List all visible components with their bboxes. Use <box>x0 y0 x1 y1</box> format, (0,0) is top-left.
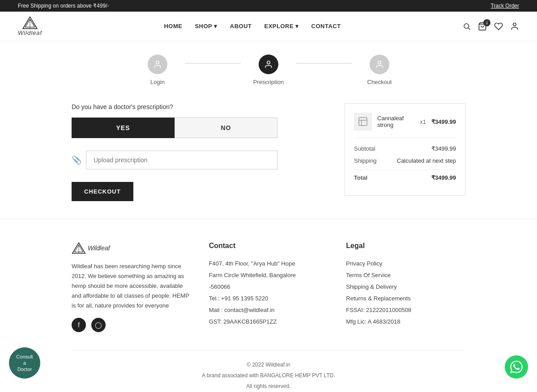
consult-doctor-button[interactable]: ConsultaDoctor <box>9 347 40 379</box>
heart-icon <box>494 22 503 31</box>
chevron-down-icon: ▾ <box>214 23 217 30</box>
no-button[interactable]: NO <box>175 118 277 138</box>
subtotal-value: ₹3499.99 <box>431 145 456 152</box>
svg-point-9 <box>378 61 381 64</box>
order-summary: Cannaleaf strong x1 ₹3499.99 Subtotal ₹3… <box>345 103 465 196</box>
svg-rect-10 <box>359 118 367 126</box>
footer-grid: Wildleaf Wildleaf has been researching h… <box>72 242 465 332</box>
contact-line-5: Mail : contact@wildleaf.in <box>209 304 328 316</box>
total-label: Total <box>354 174 367 181</box>
prescription-question: Do you have a doctor's prescription? <box>72 103 277 110</box>
header-icons: 1 <box>463 22 519 31</box>
nav-about[interactable]: ABOUT <box>230 23 252 30</box>
legal-heading: Legal <box>346 242 465 250</box>
copyright-1: © 2022 Wildleaf.in <box>72 359 465 370</box>
prescription-panel: Do you have a doctor's prescription? YES… <box>72 103 277 201</box>
item-name: Cannaleaf strong <box>377 115 414 128</box>
footer-logo-text: Wildleaf <box>88 244 110 252</box>
step-line-2 <box>296 63 352 63</box>
contact-line-1: F407, 4th Floor, "Arya Hub" Hope <box>209 258 328 270</box>
footer-description: Wildleaf has been researching hemp since… <box>72 261 191 311</box>
subtotal-label: Subtotal <box>354 145 375 152</box>
nav-shop[interactable]: SHOP ▾ <box>195 23 217 30</box>
shipping-row: Shipping Calculated at next step <box>354 157 456 164</box>
total-row: Total ₹3499.99 <box>354 169 456 181</box>
contact-heading: Contact <box>209 242 328 250</box>
footer-logo-icon <box>72 242 86 254</box>
upload-input[interactable] <box>86 151 277 169</box>
step-checkout-label: Checkout <box>367 79 392 85</box>
search-button[interactable] <box>463 22 471 30</box>
svg-point-3 <box>464 24 469 29</box>
facebook-icon[interactable]: f <box>72 318 86 332</box>
yes-no-toggle: YES NO <box>72 118 277 138</box>
shipping-link[interactable]: Shipping & Delivery <box>346 281 465 293</box>
step-prescription-circle <box>259 55 278 74</box>
contact-line-2: Farm Circle Whitefield, Bangalore <box>209 270 328 281</box>
paperclip-icon: 📎 <box>72 155 81 165</box>
copyright-3: All rights reserved. <box>72 381 465 392</box>
main-content: Do you have a doctor's prescription? YES… <box>0 94 537 219</box>
nav-explore[interactable]: EXPLORE ▾ <box>264 23 298 30</box>
account-button[interactable] <box>510 22 519 31</box>
svg-point-6 <box>513 23 516 26</box>
upload-row: 📎 <box>72 151 277 169</box>
social-icons: f ◯ <box>72 318 106 332</box>
shipping-value: Calculated at next step <box>397 157 456 164</box>
cart-button[interactable]: 1 <box>478 22 487 31</box>
returns-link[interactable]: Returns & Replacements <box>346 293 465 304</box>
terms-link[interactable]: Terms Of Service <box>346 270 465 281</box>
svg-line-4 <box>468 28 470 30</box>
step-login-circle <box>148 55 167 74</box>
step-checkout-circle <box>370 55 389 74</box>
wishlist-button[interactable] <box>494 22 503 31</box>
step-login: Login <box>130 55 185 85</box>
footer-legal: Legal Privacy Policy Terms Of Service Sh… <box>346 242 465 332</box>
shipping-label: Shipping <box>354 157 377 164</box>
nav-contact[interactable]: CONTACT <box>311 23 341 30</box>
step-line-1 <box>185 63 241 63</box>
item-image <box>354 113 372 131</box>
consult-btn-label: ConsultaDoctor <box>16 354 33 373</box>
step-login-label: Login <box>150 79 165 85</box>
checkout-button[interactable]: CHECKOUT <box>72 182 133 201</box>
step-checkout: Checkout <box>352 55 407 85</box>
main-nav: HOME SHOP ▾ ABOUT EXPLORE ▾ CONTACT <box>164 23 341 30</box>
site-footer: Wildleaf Wildleaf has been researching h… <box>0 219 537 392</box>
contact-line-3: -560066 <box>209 281 328 293</box>
footer-contact: Contact F407, 4th Floor, "Arya Hub" Hope… <box>209 242 328 332</box>
item-price: ₹3499.99 <box>431 118 456 125</box>
logo[interactable]: Wildleaf <box>18 16 42 36</box>
nav-home[interactable]: HOME <box>164 23 182 30</box>
svg-point-8 <box>267 61 270 64</box>
step-prescription: Prescription <box>241 55 296 85</box>
whatsapp-button[interactable] <box>505 355 528 379</box>
order-item: Cannaleaf strong x1 ₹3499.99 <box>354 113 456 138</box>
svg-point-7 <box>156 61 159 64</box>
yes-button[interactable]: YES <box>72 118 175 138</box>
step-prescription-label: Prescription <box>253 79 284 85</box>
contact-line-4: Tel.: +91 95 1395 5220 <box>209 293 328 304</box>
footer-about: Wildleaf Wildleaf has been researching h… <box>72 242 191 332</box>
search-icon <box>463 22 471 30</box>
site-header: Wildleaf HOME SHOP ▾ ABOUT EXPLORE ▾ CON… <box>0 12 537 41</box>
whatsapp-icon <box>510 361 523 373</box>
track-order-link[interactable]: Track Order <box>490 3 519 9</box>
cart-badge: 1 <box>483 19 490 26</box>
chevron-down-icon: ▾ <box>295 23 299 30</box>
item-qty: x1 <box>420 118 426 125</box>
progress-steps: Login Prescription Checkout <box>0 41 537 94</box>
fssai-text: FSSAI: 21222011000508 <box>346 304 465 316</box>
instagram-icon[interactable]: ◯ <box>91 318 106 332</box>
footer-logo: Wildleaf <box>72 242 110 254</box>
logo-icon <box>22 16 38 30</box>
mfg-lic-text: Mfg Lic: A 4683/2018 <box>346 316 465 328</box>
logo-text: Wildleaf <box>18 30 42 36</box>
total-value: ₹3499.99 <box>431 174 456 181</box>
contact-line-6: GST: 29AAKCB1665P1ZZ <box>209 316 328 328</box>
top-banner: Free Shipping on orders above ₹499/- Tra… <box>0 0 537 12</box>
subtotal-row: Subtotal ₹3499.99 <box>354 145 456 152</box>
privacy-policy-link[interactable]: Privacy Policy <box>346 258 465 270</box>
banner-left-text: Free Shipping on orders above ₹499/- <box>18 3 109 9</box>
user-icon <box>510 22 519 31</box>
